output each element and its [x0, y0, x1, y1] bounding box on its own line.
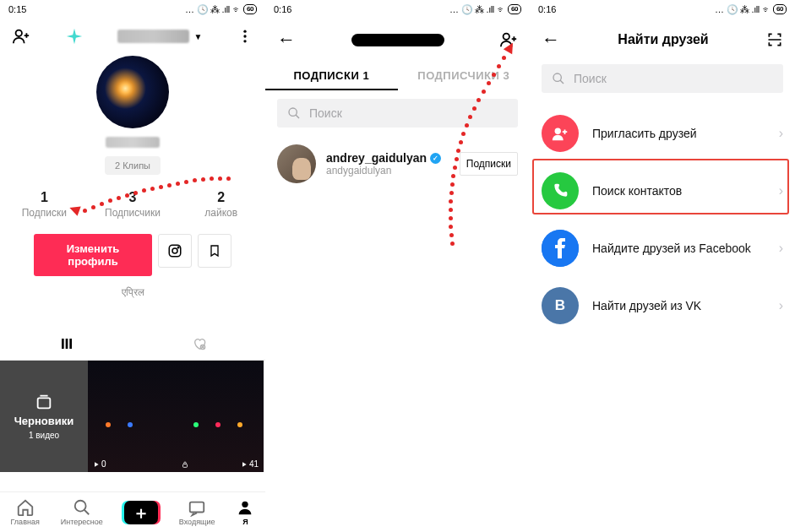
back-icon[interactable]: ←	[542, 29, 560, 51]
nav-home[interactable]: Главная	[11, 498, 40, 526]
bottom-nav: Главная Интересное ＋ Входящие Я	[0, 491, 265, 532]
bookmark-button[interactable]	[198, 234, 231, 268]
following-button[interactable]: Подписки	[460, 152, 518, 176]
add-person-icon[interactable]	[499, 30, 518, 49]
svg-rect-8	[65, 339, 68, 349]
invite-friends-row[interactable]: Пригласить друзей ›	[530, 105, 795, 162]
list-header: ←	[265, 19, 530, 61]
svg-rect-14	[190, 502, 204, 513]
video-thumbnails: Черновики 1 видео 0 41	[0, 361, 265, 472]
svg-point-17	[289, 108, 297, 116]
svg-point-13	[75, 501, 86, 512]
follow-tabs: ПОДПИСКИ 1 ПОДПИСЧИКИ 3	[265, 61, 530, 89]
search-icon	[287, 106, 301, 120]
svg-rect-11	[38, 398, 51, 408]
profile-tabs	[0, 327, 265, 361]
profile-screen: 0:15 …🕓⁂.ıllᯤ 60 ▼ 2 Клипы	[0, 0, 265, 532]
facebook-icon	[542, 230, 579, 267]
caret-down-icon: ▼	[193, 32, 202, 41]
svg-point-16	[504, 34, 509, 40]
following-count[interactable]: 1 Подписки	[0, 190, 89, 219]
menu-icon[interactable]	[237, 28, 253, 45]
followers-count[interactable]: 3 Подписчики	[89, 190, 177, 219]
vk-icon: B	[542, 287, 579, 324]
svg-point-0	[16, 30, 22, 36]
edit-profile-button[interactable]: Изменить профиль	[34, 234, 152, 276]
username-dropdown[interactable]: ▼	[117, 30, 202, 43]
status-bar: 0:16 …🕓⁂.ıllᯤ 60	[530, 0, 795, 19]
svg-rect-7	[62, 339, 64, 349]
friend-username: andrey_gaidulyan ✓	[326, 151, 449, 165]
promo-text: एप्रिल	[0, 286, 265, 298]
invite-icon	[542, 115, 579, 152]
status-bar: 0:15 …🕓⁂.ıllᯤ 60	[0, 0, 265, 19]
chevron-right-icon: ›	[779, 126, 783, 141]
page-title: Найти друзей	[618, 32, 708, 47]
tab-followers[interactable]: ПОДПИСЧИКИ 3	[398, 61, 531, 89]
add-person-icon[interactable]	[12, 27, 30, 46]
clock: 0:16	[538, 4, 556, 14]
search-input[interactable]: Поиск	[542, 64, 783, 93]
find-facebook-row[interactable]: Найдите друзей из Facebook ›	[530, 220, 795, 277]
clock: 0:16	[274, 4, 291, 14]
following-item[interactable]: andrey_gaidulyan ✓ andygaidulyan Подписк…	[265, 136, 530, 192]
find-friends-header: ← Найти друзей	[530, 19, 795, 61]
status-icons: …🕓⁂.ıllᯤ 60	[185, 4, 257, 15]
profile-picture[interactable]	[96, 56, 169, 128]
status-icons: …🕓⁂.ıllᯤ 60	[449, 4, 521, 15]
verified-icon: ✓	[430, 153, 441, 164]
clips-count-pill[interactable]: 2 Клипы	[105, 156, 161, 175]
nav-create[interactable]: ＋	[124, 501, 158, 524]
username-hidden	[117, 30, 189, 43]
profile-counts: 1 Подписки 3 Подписчики 2 лайков	[0, 190, 265, 219]
video-thumbnail-2[interactable]: 41	[176, 361, 264, 472]
nav-inbox[interactable]: Входящие	[179, 498, 215, 526]
svg-point-6	[177, 247, 179, 248]
svg-point-1	[243, 30, 246, 33]
svg-point-18	[553, 73, 561, 81]
status-icons: …🕓⁂.ıllᯤ 60	[715, 4, 787, 15]
profile-header: ▼	[0, 19, 265, 51]
drafts-thumbnail[interactable]: Черновики 1 видео	[0, 361, 88, 472]
battery-icon: 60	[508, 4, 521, 14]
svg-point-3	[243, 40, 246, 42]
grid-tab-icon[interactable]	[0, 327, 133, 360]
tab-following[interactable]: ПОДПИСКИ 1	[265, 61, 398, 89]
svg-point-2	[243, 35, 246, 37]
battery-icon: 60	[243, 4, 257, 14]
search-input[interactable]: Поиск	[277, 99, 518, 128]
chevron-right-icon: ›	[779, 298, 783, 313]
instagram-button[interactable]	[158, 234, 192, 268]
sparkle-icon[interactable]	[65, 27, 84, 46]
svg-point-5	[172, 248, 177, 253]
battery-icon: 60	[773, 4, 787, 14]
scan-icon[interactable]	[766, 31, 783, 48]
handle-hidden	[106, 137, 160, 148]
svg-rect-12	[183, 464, 188, 468]
likes-count[interactable]: 2 лайков	[177, 190, 265, 219]
nav-discover[interactable]: Интересное	[61, 498, 103, 526]
status-bar: 0:16 …🕓⁂.ıllᯤ 60	[265, 0, 530, 19]
chevron-right-icon: ›	[779, 241, 783, 256]
find-friends-screen: 0:16 …🕓⁂.ıllᯤ 60 ← Найти друзей Поиск Пр…	[530, 0, 795, 532]
chevron-right-icon: ›	[779, 183, 783, 198]
find-contacts-row[interactable]: Поиск контактов ›	[530, 162, 795, 220]
back-icon[interactable]: ←	[277, 29, 296, 51]
find-vk-row[interactable]: B Найти друзей из VK ›	[530, 277, 795, 334]
friend-handle: andygaidulyan	[326, 165, 449, 176]
svg-point-15	[242, 502, 248, 508]
nav-me[interactable]: Я	[236, 498, 254, 526]
avatar	[277, 144, 316, 183]
phone-icon	[542, 172, 579, 209]
clock: 0:15	[8, 4, 26, 14]
search-icon	[552, 72, 565, 85]
svg-point-19	[555, 128, 561, 134]
svg-rect-9	[69, 339, 72, 349]
video-thumbnail-1[interactable]: 0	[88, 361, 176, 472]
following-list-screen: 0:16 …🕓⁂.ıllᯤ 60 ← ПОДПИСКИ 1 ПОДПИСЧИКИ…	[265, 0, 530, 532]
username-hidden	[351, 34, 444, 46]
liked-tab-icon[interactable]	[133, 327, 265, 360]
